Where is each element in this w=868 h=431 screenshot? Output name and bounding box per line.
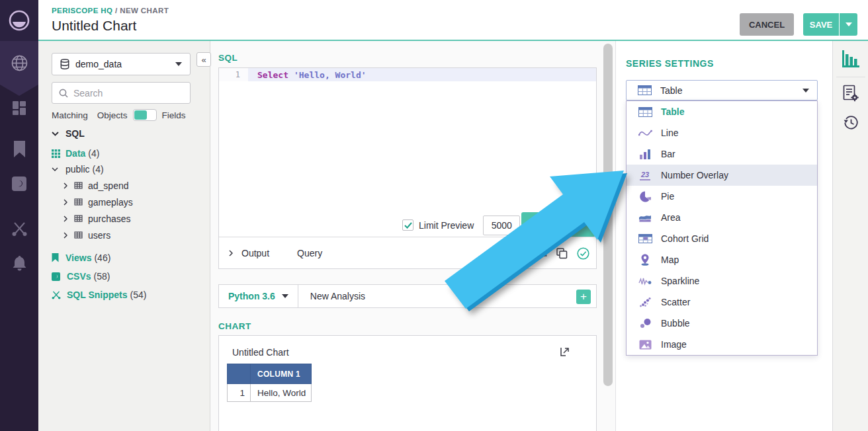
snippets-scissors-icon	[52, 290, 61, 299]
breadcrumb-page: NEW CHART	[120, 7, 169, 15]
option-sparkline[interactable]: Sparkline	[627, 270, 817, 292]
tree-node-table[interactable]: ad_spend	[38, 177, 210, 194]
option-number-overlay[interactable]: 23 Number Overlay	[627, 165, 817, 186]
chart-type-selector[interactable]: Table	[626, 80, 818, 100]
objects-fields-toggle[interactable]	[133, 109, 157, 121]
cancel-button[interactable]: CANCEL	[740, 13, 794, 36]
save-dropdown-button[interactable]	[839, 13, 857, 36]
cohort-grid-icon	[638, 234, 652, 243]
database-selector-value: demo_data	[75, 59, 175, 69]
table-icon	[74, 198, 83, 206]
history-icon[interactable]	[833, 115, 868, 130]
report-settings-icon[interactable]	[833, 85, 868, 102]
image-icon	[639, 340, 652, 350]
save-button[interactable]: SAVE	[803, 13, 839, 36]
copy-icon[interactable]	[556, 248, 568, 259]
snippets-count: (54)	[130, 290, 147, 300]
option-pie[interactable]: Pie	[627, 186, 817, 207]
option-area[interactable]: Area	[627, 207, 817, 228]
save-button-group: SAVE	[803, 13, 857, 36]
option-cohort-grid[interactable]: Cohort Grid	[627, 228, 817, 249]
add-analysis-button[interactable]: +	[576, 290, 591, 304]
tree-node-table[interactable]: users	[38, 227, 210, 243]
breadcrumb: PERISCOPE HQ / NEW CHART	[52, 7, 169, 15]
python-runtime-selector[interactable]: Python 3.6	[228, 291, 275, 301]
tab-query[interactable]: Query	[297, 248, 322, 258]
globe-icon[interactable]	[0, 54, 38, 72]
chevron-right-icon	[64, 232, 67, 239]
option-table[interactable]: Table	[627, 101, 817, 122]
data-grid-icon	[52, 149, 60, 158]
run-button[interactable]	[521, 212, 595, 237]
scissors-icon[interactable]	[0, 220, 38, 237]
limit-preview-checkbox[interactable]	[402, 219, 413, 231]
sparkline-icon	[638, 277, 652, 286]
dashboards-grid-icon[interactable]	[0, 100, 38, 116]
right-tool-rail	[832, 41, 868, 431]
tree-node-csvs[interactable]: CSVs (58)	[38, 267, 210, 286]
logo-circle-icon	[7, 9, 31, 32]
quote-icon[interactable]	[0, 176, 38, 192]
tree-node-table[interactable]: gameplays	[38, 194, 210, 210]
tree-node-data[interactable]: Data (4)	[38, 145, 210, 161]
chart-type-selected-value: Table	[660, 85, 803, 96]
table-row[interactable]: 1 Hello, World	[228, 384, 312, 402]
series-settings-panel: SERIES SETTINGS Table Table Line	[615, 41, 832, 431]
chart-settings-icon[interactable]	[833, 50, 868, 67]
success-check-icon[interactable]	[577, 247, 589, 260]
views-count: (46)	[94, 253, 110, 263]
option-bubble[interactable]: Bubble	[627, 313, 817, 334]
query-status: played	[520, 237, 589, 269]
tree-node-public-schema[interactable]: public (4)	[38, 161, 210, 177]
rows-displayed-text: played	[520, 248, 547, 258]
divider	[298, 284, 298, 308]
breadcrumb-site[interactable]: PERISCOPE HQ	[52, 7, 112, 15]
panel-scrollbar[interactable]	[603, 44, 613, 386]
search-input[interactable]	[73, 88, 179, 98]
tree-node-sql[interactable]: SQL	[38, 126, 210, 141]
bell-icon[interactable]	[0, 255, 38, 272]
area-chart-icon	[638, 213, 652, 223]
python-analysis-bar: Python 3.6 New Analysis +	[218, 284, 597, 308]
tree-node-views[interactable]: Views (46)	[38, 249, 210, 267]
sql-code-editor[interactable]: 1 Select 'Hello, World'	[219, 68, 596, 236]
fields-label: Fields	[162, 110, 186, 120]
tree-node-table[interactable]: purchases	[38, 210, 210, 227]
chevron-right-icon	[64, 182, 67, 189]
objects-label: Objects	[97, 110, 128, 120]
row-index: 1	[228, 384, 251, 402]
csvs-count: (58)	[94, 271, 110, 282]
periscope-logo[interactable]	[0, 0, 38, 41]
option-map[interactable]: Map	[627, 249, 817, 270]
chevron-down-icon	[846, 22, 852, 26]
database-selector[interactable]: demo_data	[52, 53, 191, 75]
nav-rail	[0, 0, 38, 431]
tree-node-sql-snippets[interactable]: SQL Snippets (54)	[38, 286, 210, 304]
collapse-panel-button[interactable]: «	[196, 52, 211, 67]
search-box	[52, 82, 191, 104]
chevron-right-icon	[64, 216, 67, 222]
row-value: Hello, World	[251, 384, 312, 402]
sql-string-literal: 'Hello, World'	[294, 70, 367, 80]
option-bar[interactable]: Bar	[627, 143, 817, 165]
data-count: (4)	[88, 148, 99, 159]
expand-chart-button[interactable]	[559, 346, 571, 358]
chart-type-dropdown: Table Line Bar 23 Number Overlay	[626, 100, 818, 356]
table-icon	[74, 215, 83, 222]
table-icon	[638, 107, 652, 117]
periscope-chart-builder: PERISCOPE HQ / NEW CHART Untitled Chart …	[0, 0, 868, 431]
bubble-chart-icon	[640, 318, 651, 329]
tab-output[interactable]: Output	[241, 248, 269, 258]
chart-preview-card: Untitled Chart COLUMN 1 1 Hello, World	[218, 335, 597, 431]
option-image[interactable]: Image	[627, 334, 817, 355]
chevron-down-icon	[52, 132, 59, 136]
series-settings-label: SERIES SETTINGS	[626, 58, 714, 69]
option-scatter[interactable]: Scatter	[627, 292, 817, 313]
bookmark-icon[interactable]	[0, 141, 38, 157]
page-title[interactable]: Untitled Chart	[52, 18, 136, 34]
table-icon	[74, 231, 83, 239]
limit-preview-label: Limit Preview	[419, 220, 474, 231]
code-line-1: 1 Select 'Hello, World'	[219, 68, 596, 81]
option-line[interactable]: Line	[627, 122, 817, 143]
limit-preview-input[interactable]	[483, 216, 520, 235]
